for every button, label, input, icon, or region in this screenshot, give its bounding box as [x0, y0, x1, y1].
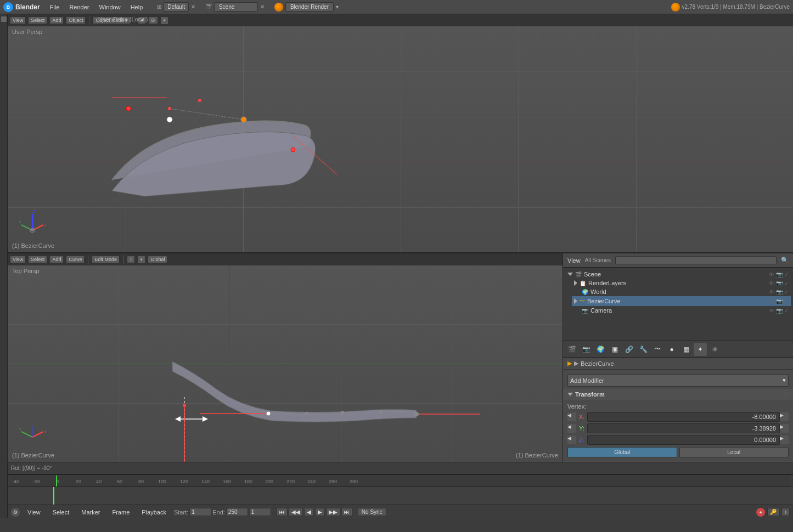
x-input[interactable] — [587, 412, 780, 422]
prop-icon-data[interactable]: 〜 — [651, 343, 664, 356]
left-strip — [0, 14, 8, 518]
axis-indicator-top: X Z Y — [19, 208, 46, 236]
outliner-item-renderlayers[interactable]: 📋 RenderLayers 👁 📷 ✓ — [572, 279, 791, 287]
svg-text:X: X — [44, 223, 46, 228]
z-input[interactable] — [587, 435, 780, 445]
object-menu-top[interactable]: Object — [66, 16, 86, 24]
prop-icon-world[interactable]: 🌍 — [594, 343, 607, 356]
menu-help[interactable]: Help — [126, 3, 148, 12]
blender-logo-icon: B — [3, 2, 13, 12]
add-modifier-container: Add Modifier ▾ — [563, 370, 793, 389]
svg-text:0: 0 — [57, 479, 59, 484]
transform-section-header[interactable]: Transform ⋯ — [563, 389, 793, 400]
step-back-btn[interactable]: ◀◀ — [289, 508, 303, 516]
properties-panel: 🎬 📷 🌍 ▣ 🔗 🔧 〜 ● ▦ ✦ ⚛ ▶ — [563, 341, 793, 462]
proportional-btn[interactable]: ○ — [127, 256, 135, 263]
select-menu-top[interactable]: Select — [28, 16, 47, 24]
end-frame-input[interactable] — [226, 508, 248, 516]
current-frame-input[interactable] — [249, 508, 271, 516]
status-bar: Rot: [(90)] = -90° — [8, 462, 793, 474]
viewport-bottom-canvas: X Y — [8, 265, 563, 462]
select-menu-bottom[interactable]: Select — [28, 256, 47, 263]
prop-icon-texture[interactable]: ▦ — [679, 343, 693, 356]
info-bar: v2.78 Verts:1/9 | Mem:18.79M | BezierCur… — [671, 3, 790, 12]
prop-icon-physics[interactable]: ⚛ — [708, 343, 721, 356]
jump-end-btn[interactable]: ⏭ — [341, 508, 352, 516]
edit-mode-selector[interactable]: Edit Mode — [92, 256, 120, 263]
bottom-frame-menu[interactable]: Frame — [108, 508, 134, 517]
x-decrement-btn[interactable]: ◀ — [567, 412, 576, 421]
pivot-selector[interactable]: ⊙ — [148, 16, 158, 24]
app-name: Blender — [15, 3, 40, 11]
bottom-marker-menu[interactable]: Marker — [77, 508, 104, 517]
prop-icon-material[interactable]: ● — [665, 343, 678, 356]
bottom-select-menu[interactable]: Select — [48, 508, 74, 517]
play-btn[interactable]: ▶ — [315, 508, 325, 516]
view-menu-bottom[interactable]: View — [10, 256, 26, 263]
outliner-item-beziercurve[interactable]: 〜 BezierCurve 👁 📷 ✓ — [572, 296, 791, 306]
add-modifier-button[interactable]: Add Modifier ▾ — [567, 374, 789, 387]
global-btn[interactable]: Global — [567, 447, 677, 457]
menu-window[interactable]: Window — [95, 3, 125, 12]
svg-point-29 — [183, 404, 186, 407]
bottom-playback-menu[interactable]: Playback — [137, 508, 171, 517]
viewport-top[interactable]: X Z Y View Select Add Object Object Mode… — [8, 14, 793, 253]
z-decrement-btn[interactable]: ◀ — [567, 435, 576, 444]
prop-icon-modifier[interactable]: 🔧 — [637, 343, 650, 356]
menu-file[interactable]: File — [46, 3, 64, 12]
scene-selector[interactable]: Scene — [214, 2, 258, 12]
svg-line-31 — [21, 432, 32, 437]
step-fwd-btn[interactable]: ▶▶ — [326, 508, 340, 516]
bottom-controls: ⚙ View Select Marker Frame Playback Star… — [8, 505, 793, 519]
y-decrement-btn[interactable]: ◀ — [567, 424, 576, 433]
snap-toggle[interactable]: ⌖ — [137, 256, 145, 264]
svg-text:60: 60 — [117, 479, 122, 484]
start-label: Start: — [174, 509, 188, 516]
top-bar: B Blender File Render Window Help ⊞ Defa… — [0, 0, 793, 14]
sync-selector[interactable]: No Sync — [358, 508, 386, 516]
start-frame-input[interactable] — [189, 508, 211, 516]
z-increment-btn[interactable]: ▶ — [780, 435, 789, 444]
scene-area: 🎬 Scene ✕ — [205, 2, 265, 12]
y-increment-btn[interactable]: ▶ — [780, 424, 789, 433]
outliner-renderlayers-label: RenderLayers — [588, 280, 626, 286]
y-input[interactable] — [587, 423, 780, 433]
grid-bottom-h1 — [8, 324, 563, 325]
play-reverse-btn[interactable]: ◀ — [304, 508, 314, 516]
outliner-item-scene[interactable]: 🎬 Scene 👁 📷 ✓ — [565, 270, 791, 279]
outliner-search-input[interactable] — [615, 256, 777, 264]
prop-icon-render[interactable]: 📷 — [580, 343, 593, 356]
outliner-item-camera[interactable]: 📷 Camera 👁 📷 ✓ — [572, 306, 791, 315]
render-engine-selector[interactable]: Blender Render — [285, 2, 334, 12]
keying-btn[interactable]: 🔑 — [767, 508, 779, 516]
record-btn[interactable]: ● — [756, 508, 765, 517]
svg-text:X: X — [44, 429, 46, 434]
x-increment-btn[interactable]: ▶ — [780, 412, 789, 421]
prop-icon-object[interactable]: ▣ — [608, 343, 621, 356]
renderlayers-vis: 👁 📷 ✓ — [769, 280, 789, 286]
svg-text:100: 100 — [158, 479, 166, 484]
prop-icon-particles[interactable]: ✦ — [694, 343, 707, 356]
bottom-view-menu[interactable]: View — [23, 508, 45, 517]
snap-btn[interactable]: ⌖ — [160, 16, 168, 25]
audio-btn[interactable]: ♪ — [781, 508, 790, 516]
outliner-item-world[interactable]: 🌍 World 👁 📷 ✓ — [572, 287, 791, 296]
timeline-settings-btn[interactable]: ⚙ — [11, 508, 20, 517]
jump-start-btn[interactable]: ⏮ — [277, 508, 288, 516]
svg-point-15 — [30, 228, 35, 233]
view-menu-top[interactable]: View — [10, 16, 26, 24]
main-layout: X Z Y View Select Add Object Object Mode… — [0, 14, 793, 518]
pivot-bottom[interactable]: Global — [148, 256, 167, 263]
grid-bottom-v1 — [119, 265, 119, 462]
viewport-bottom[interactable]: X Y View Select Add Curve Edit Mode ○ ⌖ … — [8, 253, 563, 462]
local-btn[interactable]: Local — [679, 447, 789, 457]
menu-render[interactable]: Render — [65, 3, 93, 12]
add-menu-top[interactable]: Add — [49, 16, 64, 24]
curve-menu-bottom[interactable]: Curve — [66, 256, 85, 263]
workspace-selector[interactable]: Default — [164, 2, 189, 12]
add-menu-bottom[interactable]: Add — [49, 256, 64, 263]
prop-icon-constraint[interactable]: 🔗 — [622, 343, 635, 356]
prop-icon-scene[interactable]: 🎬 — [565, 343, 578, 356]
timeline-ruler-svg: -40 -20 0 20 40 60 80 100 120 140 160 18… — [11, 476, 790, 486]
svg-point-4 — [168, 107, 171, 110]
